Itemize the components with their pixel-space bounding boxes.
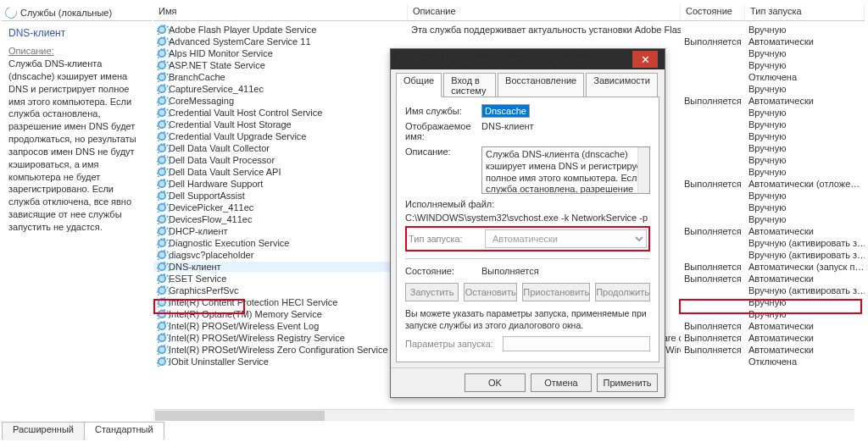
service-row[interactable]: Adobe Flash Player Update ServiceЭта слу… [153, 24, 865, 36]
service-gear-icon [157, 60, 167, 70]
column-state[interactable]: Состояние [681, 4, 745, 20]
service-startup-type: Вручную (активировать з… [745, 250, 865, 260]
service-gear-icon [157, 96, 167, 106]
service-startup-type: Вручную [745, 119, 865, 130]
service-name: ASP.NET State Service [169, 60, 265, 70]
service-name: Intel(R) PROSet/Wireless Event Log [169, 321, 319, 331]
service-gear-icon [157, 72, 167, 82]
service-name: GraphicsPerfSvc [169, 285, 239, 296]
service-gear-icon [157, 108, 167, 118]
service-state: Выполняется [681, 226, 745, 236]
description-box[interactable]: Служба DNS-клиента (dnscache) кэширует и… [481, 146, 650, 194]
startup-type-select[interactable]: Автоматически [485, 229, 647, 248]
service-state-value: Выполняется [481, 266, 539, 276]
service-startup-type: Вручную [745, 84, 865, 94]
description-label: Описание: [405, 146, 481, 157]
tab-recovery[interactable]: Восстановление [498, 73, 584, 97]
detail-title: DNS-клиент [8, 27, 145, 39]
service-gear-icon [157, 25, 167, 35]
start-service-button[interactable]: Запустить [405, 283, 459, 301]
stop-service-button[interactable]: Остановить [464, 283, 517, 301]
service-startup-type: Автоматически [745, 226, 865, 236]
tab-dependencies[interactable]: Зависимости [586, 73, 658, 97]
service-gear-icon [157, 309, 167, 319]
scrollbar-thumb[interactable] [155, 411, 325, 421]
service-startup-type: Вручную [745, 202, 865, 213]
service-gear-icon [157, 356, 167, 367]
service-startup-type: Вручную [745, 48, 865, 58]
service-startup-type: Автоматически (запуск п… [745, 262, 865, 272]
service-name: DevicesFlow_411ec [169, 214, 252, 224]
service-gear-icon [157, 202, 167, 213]
service-name: DHCP-клиент [169, 226, 228, 236]
service-startup-type: Вручную [745, 108, 865, 118]
service-name: Adobe Flash Player Update Service [169, 25, 316, 35]
service-startup-type: Вручную [745, 155, 865, 165]
service-name: Dell Data Vault Processor [169, 155, 275, 165]
service-name: Intel(R) Content Protection HECI Service [169, 297, 337, 307]
service-state: Выполняется [681, 321, 745, 331]
service-gear-icon [157, 226, 167, 236]
service-startup-type: Автоматически [745, 96, 865, 106]
service-row[interactable]: Advanced SystemCare Service 11Выполняетс… [153, 36, 865, 47]
service-startup-type: Вручную (активировать з… [745, 238, 865, 248]
tab-standard[interactable]: Стандартный [84, 422, 164, 440]
service-startup-type: Автоматически [745, 321, 865, 331]
description-text: Служба DNS-клиента (dnscache) кэширует и… [486, 149, 646, 194]
description-scrollbar[interactable] [637, 147, 649, 193]
cancel-button[interactable]: Отмена [531, 373, 592, 392]
service-name-value[interactable]: Dnscache [481, 104, 530, 118]
service-gear-icon [157, 131, 167, 141]
service-gear-icon [157, 119, 167, 130]
service-startup-type: Вручную [745, 131, 865, 141]
service-name: diagsvc?placeholder [169, 250, 253, 260]
display-name-value: DNS-клиент [481, 121, 650, 131]
service-startup-type: Вручную [745, 309, 865, 319]
dialog-buttons: OK Отмена Применить [391, 367, 665, 397]
service-gear-icon [157, 167, 167, 177]
column-description[interactable]: Описание [408, 4, 681, 20]
service-name: Intel(R) PROSet/Wireless Registry Servic… [169, 333, 345, 343]
apply-button[interactable]: Применить [597, 373, 658, 392]
service-gear-icon [157, 345, 167, 355]
dialog-close-button[interactable]: ✕ [632, 51, 658, 68]
column-startup-type[interactable]: Тип запуска [745, 4, 865, 20]
refresh-icon[interactable] [3, 4, 19, 20]
service-name: Credential Vault Upgrade Service [169, 131, 306, 141]
startup-type-label: Тип запуска: [409, 234, 485, 244]
ok-button[interactable]: OK [465, 373, 526, 392]
service-name: Dell Hardware Support [169, 179, 263, 189]
service-state: Выполняется [681, 179, 745, 189]
service-name: CaptureService_411ec [169, 84, 264, 94]
service-gear-icon [157, 143, 167, 153]
pause-service-button[interactable]: Приостановить [522, 283, 590, 301]
service-name: Advanced SystemCare Service 11 [169, 36, 311, 47]
column-name[interactable]: Имя [153, 4, 408, 20]
separator [405, 258, 650, 259]
service-state: Выполняется [681, 345, 745, 355]
tab-logon[interactable]: Вход в систему [443, 73, 496, 97]
properties-dialog: Свойства: DNS-клиент (Локальный компьюте… [390, 48, 665, 398]
tab-general[interactable]: Общие [396, 73, 442, 97]
tab-extended[interactable]: Расширенный [2, 422, 85, 440]
service-name: Diagnostic Execution Service [169, 238, 289, 248]
service-gear-icon [157, 250, 167, 260]
service-startup-type: Автоматически [745, 345, 865, 355]
service-gear-icon [157, 36, 167, 47]
dialog-title-text: Свойства: DNS-клиент (Локальный компьюте… [398, 54, 603, 64]
service-state: Выполняется [681, 36, 745, 47]
executable-value: C:\WINDOWS\system32\svchost.exe -k Netwo… [405, 213, 650, 223]
detail-description-label: Описание: [8, 46, 145, 56]
detail-description-text: Служба DNS-клиента (dnscache) кэширует и… [8, 58, 145, 234]
service-gear-icon [157, 238, 167, 248]
dialog-title-bar[interactable]: Свойства: DNS-клиент (Локальный компьюте… [391, 49, 665, 69]
service-startup-type: Вручную [745, 297, 865, 307]
startup-params-input[interactable] [503, 336, 650, 351]
service-description: Эта служба поддерживает актуальность уст… [408, 25, 681, 35]
startup-params-label: Параметры запуска: [405, 339, 503, 349]
service-startup-type: Автоматически [745, 36, 865, 47]
service-state-label: Состояние: [405, 266, 481, 276]
service-gear-icon [157, 333, 167, 343]
resume-service-button[interactable]: Продолжить [595, 283, 650, 301]
horizontal-scrollbar[interactable] [153, 409, 854, 421]
